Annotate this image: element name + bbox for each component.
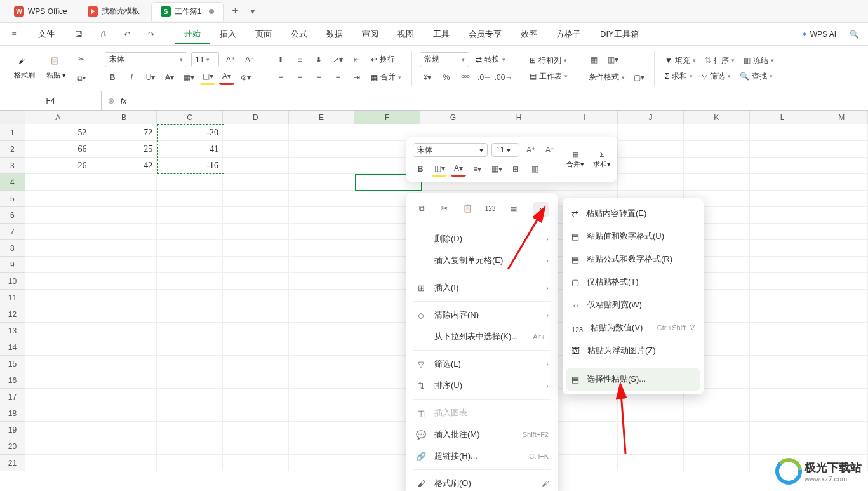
- cell-M4[interactable]: [815, 174, 868, 191]
- cell-M6[interactable]: [815, 207, 868, 224]
- cell-D19[interactable]: [223, 422, 289, 438]
- cell-D3[interactable]: [223, 158, 289, 174]
- currency-icon[interactable]: ¥▾: [420, 70, 435, 85]
- cell-B2[interactable]: 25: [91, 141, 157, 158]
- cell-L13[interactable]: [750, 323, 816, 339]
- cell-K1[interactable]: [684, 124, 750, 141]
- cell-B20[interactable]: [91, 438, 157, 455]
- strikethrough-icon[interactable]: A̶▾: [162, 70, 177, 85]
- cell-K21[interactable]: [684, 455, 750, 471]
- cell-D16[interactable]: [223, 372, 289, 389]
- mini-decrease-font-icon[interactable]: A⁻: [542, 142, 558, 158]
- hamburger-icon[interactable]: ≡: [5, 25, 23, 43]
- ctx-delete[interactable]: 删除(D)›: [406, 228, 558, 250]
- cell-M15[interactable]: [815, 356, 868, 372]
- cell-D6[interactable]: [223, 207, 289, 224]
- mini-bold-icon[interactable]: B: [413, 161, 428, 177]
- file-menu[interactable]: 文件: [29, 25, 63, 44]
- cell-L4[interactable]: [750, 174, 816, 191]
- cell-A3[interactable]: 26: [25, 158, 91, 174]
- cell-M18[interactable]: [815, 405, 868, 422]
- cell-I20[interactable]: [552, 438, 618, 455]
- cell-B21[interactable]: [91, 455, 157, 471]
- cell-J2[interactable]: [618, 141, 684, 158]
- ctx-paste-format-icon[interactable]: ▤: [507, 202, 519, 215]
- cell-E16[interactable]: [289, 372, 355, 389]
- cell-A20[interactable]: [25, 438, 91, 455]
- cell-D5[interactable]: [223, 191, 289, 207]
- cell-C7[interactable]: [157, 224, 223, 240]
- cell-M5[interactable]: [815, 191, 868, 207]
- cell-L16[interactable]: [750, 372, 816, 389]
- app-tab[interactable]: W WPS Office: [5, 2, 76, 21]
- cell-L7[interactable]: [750, 224, 816, 240]
- filter-button[interactable]: ▽筛选▾: [699, 70, 733, 83]
- cell-C9[interactable]: [157, 257, 223, 273]
- cond-format-button[interactable]: 条件格式▾: [586, 71, 627, 84]
- cell-A7[interactable]: [25, 224, 91, 240]
- align-bottom-icon[interactable]: ⬇: [311, 52, 326, 67]
- cell-A13[interactable]: [25, 323, 91, 339]
- sub-col-width[interactable]: ↔仅粘贴列宽(W): [563, 293, 704, 316]
- cell-E6[interactable]: [289, 207, 355, 224]
- cell-B19[interactable]: [91, 422, 157, 438]
- cell-A10[interactable]: [25, 273, 91, 290]
- cell-M17[interactable]: [815, 389, 868, 405]
- cell-C17[interactable]: [157, 389, 223, 405]
- row-header-21[interactable]: 21: [0, 455, 25, 471]
- row-header-18[interactable]: 18: [0, 405, 25, 422]
- cell-K3[interactable]: [684, 158, 750, 174]
- row-header-10[interactable]: 10: [0, 273, 25, 290]
- cell-A18[interactable]: [25, 405, 91, 422]
- menu-efficiency[interactable]: 效率: [512, 25, 546, 44]
- cell-B7[interactable]: [91, 224, 157, 240]
- cell-C5[interactable]: [157, 191, 223, 207]
- cell-B14[interactable]: [91, 339, 157, 356]
- cell-M8[interactable]: [815, 240, 868, 257]
- wps-ai-button[interactable]: ✦WPS AI: [801, 30, 836, 39]
- find-button[interactable]: 🔍查找▾: [737, 70, 775, 83]
- cell-L17[interactable]: [750, 389, 816, 405]
- menu-start[interactable]: 开始: [175, 24, 210, 44]
- cell-L1[interactable]: [750, 124, 816, 141]
- row-header-4[interactable]: 4: [0, 174, 25, 191]
- cell-E21[interactable]: [289, 455, 355, 471]
- menu-data[interactable]: 数据: [317, 25, 352, 44]
- cell-E5[interactable]: [289, 191, 355, 207]
- cell-B1[interactable]: 72: [91, 124, 157, 141]
- cell-A5[interactable]: [25, 191, 91, 207]
- cell-B18[interactable]: [91, 405, 157, 422]
- italic-icon[interactable]: I: [124, 70, 139, 85]
- sub-format-only[interactable]: ▢仅粘贴格式(T): [563, 271, 704, 293]
- cell-M19[interactable]: [815, 422, 868, 438]
- cell-C4[interactable]: [157, 174, 223, 191]
- col-header-J[interactable]: J: [618, 111, 684, 124]
- cell-A17[interactable]: [25, 389, 91, 405]
- sub-formula-number[interactable]: ▤粘贴公式和数字格式(R): [563, 248, 704, 271]
- cell-C2[interactable]: 41: [157, 141, 223, 158]
- underline-icon[interactable]: U▾: [143, 70, 158, 85]
- mini-fill-color-icon[interactable]: ◫▾: [432, 161, 447, 177]
- cell-C3[interactable]: -16: [157, 158, 223, 174]
- ctx-paste-values-icon[interactable]: 123: [484, 202, 497, 215]
- cell-D20[interactable]: [223, 438, 289, 455]
- col-header-F[interactable]: F: [354, 111, 420, 124]
- sub-as-picture[interactable]: 🖼粘贴为浮动图片(Z): [563, 339, 704, 362]
- sort-button[interactable]: ⇅排序▾: [702, 54, 737, 67]
- row-header-2[interactable]: 2: [0, 141, 25, 158]
- decrease-decimal-icon[interactable]: .0←: [477, 70, 492, 85]
- save-icon[interactable]: 🖫: [70, 25, 88, 43]
- cell-E19[interactable]: [289, 422, 355, 438]
- cell-M3[interactable]: [815, 158, 868, 174]
- cell-style-icon[interactable]: ▥▾: [605, 52, 620, 67]
- ctx-cut-icon[interactable]: ✂: [438, 202, 451, 215]
- freeze-button[interactable]: ▥冻结▾: [741, 54, 777, 67]
- col-header-C[interactable]: C: [157, 111, 223, 124]
- cell-D4[interactable]: [223, 174, 289, 191]
- convert-button[interactable]: ⇄转换▾: [473, 53, 508, 66]
- increase-decimal-icon[interactable]: .00→: [496, 70, 511, 85]
- ctx-format-brush[interactable]: 🖌格式刷(O)🖌: [406, 473, 558, 491]
- cell-L6[interactable]: [750, 207, 816, 224]
- row-header-7[interactable]: 7: [0, 224, 25, 240]
- mini-format-icon[interactable]: ⊞: [508, 161, 523, 177]
